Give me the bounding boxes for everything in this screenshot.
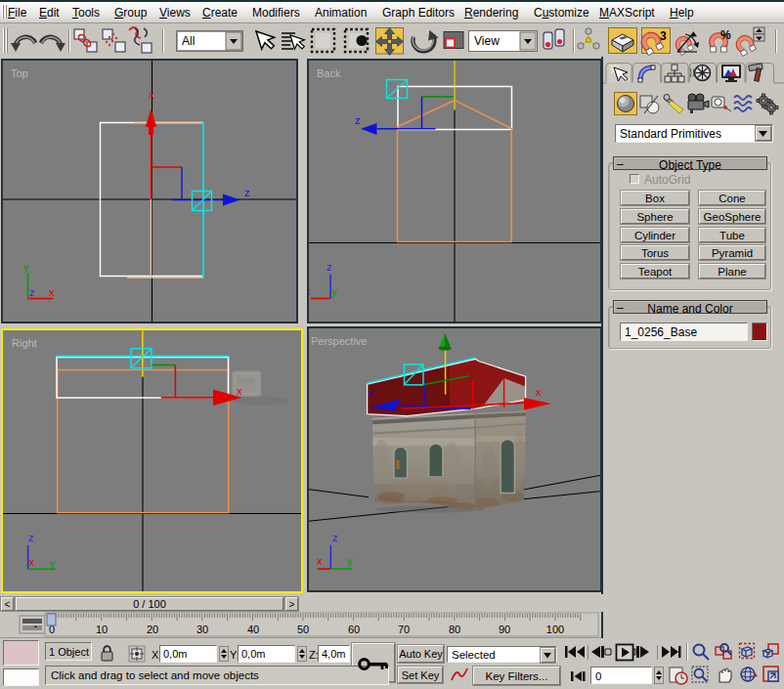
svg-text:y: y xyxy=(23,261,29,273)
svg-text:x: x xyxy=(149,89,154,101)
svg-text:All: All xyxy=(182,34,195,48)
svg-text:%: % xyxy=(720,28,731,42)
svg-text:50: 50 xyxy=(297,624,309,635)
svg-text:Perspective: Perspective xyxy=(311,335,367,347)
svg-text:y: y xyxy=(347,555,353,567)
svg-text:x: x xyxy=(237,385,242,397)
svg-text:z: z xyxy=(332,532,338,543)
svg-text:3: 3 xyxy=(660,29,667,43)
svg-text:70: 70 xyxy=(398,624,410,635)
svg-text:x: x xyxy=(49,286,55,298)
svg-text:x: x xyxy=(317,555,323,567)
svg-text:x: x xyxy=(536,386,542,398)
svg-text:View: View xyxy=(474,34,500,48)
svg-text:40: 40 xyxy=(247,624,259,635)
svg-text:z: z xyxy=(28,532,34,543)
svg-text:20: 20 xyxy=(147,624,158,635)
svg-text:100: 100 xyxy=(546,624,564,635)
svg-text:30: 30 xyxy=(196,624,208,635)
svg-text:Back: Back xyxy=(317,67,341,79)
svg-text:z: z xyxy=(355,114,361,126)
svg-text:y: y xyxy=(331,285,337,297)
svg-text:y: y xyxy=(50,557,56,569)
svg-text:Top: Top xyxy=(11,67,28,79)
svg-text:z: z xyxy=(327,261,332,273)
svg-text:x: x xyxy=(309,285,311,297)
svg-text:z: z xyxy=(244,187,250,198)
svg-text:90: 90 xyxy=(499,624,510,635)
svg-text:Right: Right xyxy=(12,337,37,349)
svg-text:z: z xyxy=(29,286,35,298)
svg-text:80: 80 xyxy=(449,624,460,635)
svg-text:x: x xyxy=(29,556,35,568)
svg-text:z: z xyxy=(369,385,374,397)
svg-text:60: 60 xyxy=(348,624,360,635)
svg-text:10: 10 xyxy=(96,624,108,635)
